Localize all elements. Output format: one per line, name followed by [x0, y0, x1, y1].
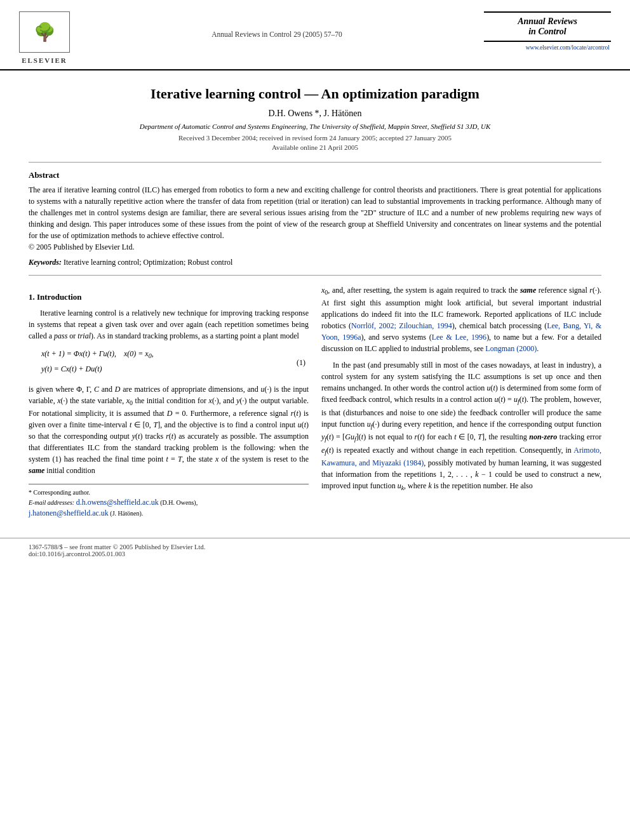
journal-citation: Annual Reviews in Control 29 (2005) 57–7…: [70, 11, 484, 38]
footnote-email2: j.hatonen@sheffield.ac.uk (J. Hätönen).: [29, 508, 309, 519]
ref-norrloef[interactable]: Norrlöf, 2002; Zilouchian, 1994: [351, 321, 452, 330]
ref-lee-lee[interactable]: Lee & Lee, 1996: [432, 333, 486, 342]
journal-top-right: Annual Reviews in Control www.elsevier.c…: [484, 11, 611, 51]
logo-box: 🌳: [19, 11, 70, 53]
page-wrapper: 🌳 ELSEVIER Annual Reviews in Control 29 …: [0, 0, 630, 840]
footnote-email1: E-mail addresses: d.h.owens@sheffield.ac…: [29, 497, 309, 508]
keywords-values: Iterative learning control; Optimization…: [64, 258, 232, 267]
journal-url: www.elsevier.com/locate/arcontrol: [484, 44, 611, 51]
section1-right-para1: x0, and, after resetting, the system is …: [321, 284, 601, 354]
equation-content: x(t + 1) = Φx(t) + Γu(t), x(0) = x0, y(t…: [29, 348, 297, 377]
col-left: 1. Introduction Iterative learning contr…: [29, 284, 309, 519]
section1-right-para2: In the past (and presumably still in mos…: [321, 359, 601, 493]
paper-received: Received 3 December 2004; received in re…: [29, 134, 601, 142]
section1-heading: 1. Introduction: [29, 291, 309, 303]
section1-para2: is given where Φ, Γ, C and D are matrice…: [29, 383, 309, 476]
journal-name-box: Annual Reviews in Control: [484, 11, 611, 42]
keywords-label: Keywords:: [29, 258, 62, 267]
abstract-section: Abstract The area if iterative learning …: [29, 170, 601, 276]
two-column-body: 1. Introduction Iterative learning contr…: [29, 284, 601, 519]
footnote-star: * Corresponding author.: [29, 488, 309, 497]
page-footer: 1367-5788/$ – see front matter © 2005 Pu…: [0, 538, 630, 563]
section1-para1: Iterative learning control is a relative…: [29, 307, 309, 342]
email-link-hatonen[interactable]: j.hatonen@sheffield.ac.uk: [29, 509, 109, 517]
ref-longman[interactable]: Longman (2000): [485, 344, 537, 353]
footer-doi: doi:10.1016/j.arcontrol.2005.01.003: [29, 550, 601, 557]
col-right: x0, and, after resetting, the system is …: [321, 284, 601, 519]
paper-title: Iterative learning control — An optimiza…: [29, 86, 601, 102]
abstract-heading: Abstract: [29, 170, 601, 180]
main-content: Iterative learning control — An optimiza…: [0, 70, 630, 531]
abstract-text: The area if iterative learning control (…: [29, 184, 601, 253]
equation-number: (1): [297, 357, 309, 368]
logo-name: ELSEVIER: [22, 57, 67, 64]
footer-issn: 1367-5788/$ – see front matter © 2005 Pu…: [29, 543, 601, 550]
keywords-line: Keywords: Iterative learning control; Op…: [29, 258, 601, 267]
ref-arimoto[interactable]: Arimoto, Kawamura, and Miyazaki (1984): [321, 446, 601, 467]
journal-title-line1: Annual Reviews: [490, 17, 605, 27]
paper-available: Available online 21 April 2005: [29, 143, 601, 151]
title-section: Iterative learning control — An optimiza…: [29, 86, 601, 163]
header-area: 🌳 ELSEVIER Annual Reviews in Control 29 …: [0, 0, 630, 70]
logo-tree-icon: 🌳: [34, 23, 56, 41]
equation-1: x(t + 1) = Φx(t) + Γu(t), x(0) = x0, y(t…: [29, 348, 309, 377]
paper-authors: D.H. Owens *, J. Hätönen: [29, 109, 601, 119]
elsevier-logo: 🌳 ELSEVIER: [19, 11, 70, 64]
footnote-area: * Corresponding author. E-mail addresses…: [29, 484, 309, 519]
journal-title-line2: in Control: [490, 27, 605, 37]
email-link-owens[interactable]: d.h.owens@sheffield.ac.uk: [76, 498, 159, 507]
paper-affiliation: Department of Automatic Control and Syst…: [29, 123, 601, 130]
